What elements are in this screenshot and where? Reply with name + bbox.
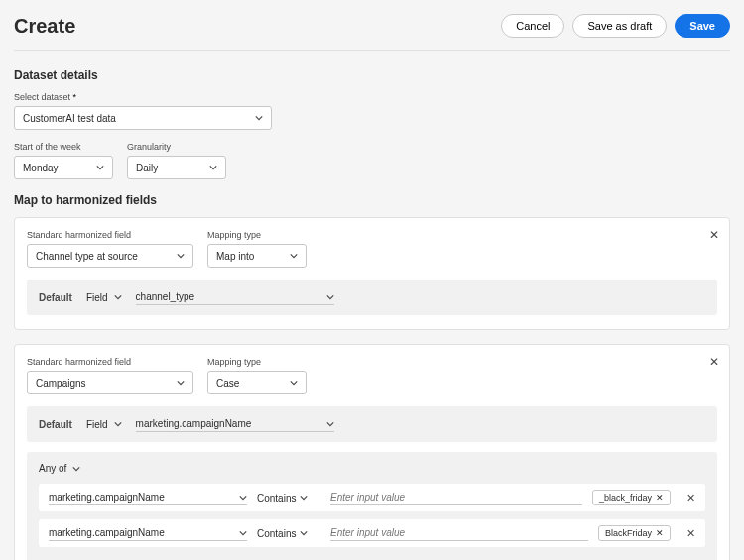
chevron-down-icon xyxy=(96,164,104,171)
delete-row-icon[interactable]: ✕ xyxy=(686,492,695,504)
mapping-card: ✕ Standard harmonized field Channel type… xyxy=(14,217,730,330)
dataset-section-title: Dataset details xyxy=(14,68,730,82)
chevron-down-icon xyxy=(290,379,298,387)
tag-remove-icon[interactable]: ✕ xyxy=(656,528,664,538)
mapping-section-title: Map to harmonized fields xyxy=(14,193,730,207)
chevron-down-icon xyxy=(209,164,217,171)
condition-field-select[interactable]: marketing.campaignName xyxy=(49,490,247,505)
chevron-down-icon xyxy=(326,420,334,428)
default-strip: Default Field channel_type xyxy=(27,280,717,315)
tag-remove-icon[interactable]: ✕ xyxy=(656,493,664,503)
condition-value-input[interactable] xyxy=(330,525,588,541)
mapping-card: ✕ Standard harmonized field Campaigns Ma… xyxy=(14,344,730,560)
default-field-value: marketing.campaignName xyxy=(136,418,252,429)
select-dataset-value: CustomerAI test data xyxy=(23,113,116,124)
select-dataset-label: Select dataset * xyxy=(14,92,730,102)
chevron-down-icon xyxy=(114,293,122,301)
default-field-select[interactable]: marketing.campaignName xyxy=(136,416,334,432)
close-icon[interactable]: ✕ xyxy=(709,355,719,369)
chevron-down-icon xyxy=(255,114,263,122)
default-strip: Default Field marketing.campaignName xyxy=(27,406,717,442)
case-block: Any of marketing.campaignName Contains xyxy=(27,452,717,560)
operator-select[interactable]: Contains xyxy=(257,493,320,504)
granularity-dropdown[interactable]: Daily xyxy=(127,156,226,179)
mapping-type-dropdown[interactable]: Map into xyxy=(207,244,307,268)
condition-value-input[interactable] xyxy=(330,490,582,505)
chevron-down-icon xyxy=(300,529,308,537)
std-field-label: Standard harmonized field xyxy=(27,357,193,367)
dataset-section: Dataset details Select dataset * Custome… xyxy=(14,68,730,179)
start-week-dropdown[interactable]: Monday xyxy=(14,156,113,179)
mapping-type-value: Case xyxy=(216,378,239,389)
granularity-label: Granularity xyxy=(127,142,226,152)
mapping-type-value: Map into xyxy=(216,251,254,262)
close-icon[interactable]: ✕ xyxy=(709,228,719,242)
operator-select[interactable]: Contains xyxy=(257,528,320,539)
default-label: Default xyxy=(39,419,72,430)
anyof-dropdown[interactable]: Any of xyxy=(39,463,80,474)
header-actions: Cancel Save as draft Save xyxy=(501,14,730,38)
mapping-section: Map to harmonized fields ✕ Standard harm… xyxy=(14,193,730,560)
chevron-down-icon xyxy=(114,420,122,428)
value-tag: BlackFriday ✕ xyxy=(598,525,671,541)
std-field-dropdown[interactable]: Channel type at source xyxy=(27,244,193,268)
page-title: Create xyxy=(14,15,75,38)
mapping-type-dropdown[interactable]: Case xyxy=(207,371,307,394)
chevron-down-icon xyxy=(72,465,80,473)
default-field-value: channel_type xyxy=(136,291,195,302)
std-field-value: Campaigns xyxy=(36,378,86,389)
condition-field-select[interactable]: marketing.campaignName xyxy=(49,525,247,541)
granularity-value: Daily xyxy=(136,163,158,173)
chevron-down-icon xyxy=(239,494,247,502)
chevron-down-icon xyxy=(177,252,185,260)
chevron-down-icon xyxy=(326,293,334,301)
chevron-down-icon xyxy=(239,529,247,537)
default-field-select[interactable]: channel_type xyxy=(136,289,334,305)
field-dropdown[interactable]: Field xyxy=(86,292,122,303)
save-button[interactable]: Save xyxy=(675,14,730,38)
condition-row: marketing.campaignName Contains BlackFri… xyxy=(39,519,705,547)
chevron-down-icon xyxy=(290,252,298,260)
start-week-value: Monday xyxy=(23,163,59,173)
condition-row: marketing.campaignName Contains _black_f… xyxy=(39,484,705,511)
start-week-label: Start of the week xyxy=(14,142,113,152)
chevron-down-icon xyxy=(177,379,185,387)
value-tag: _black_friday ✕ xyxy=(592,490,671,505)
mapping-type-label: Mapping type xyxy=(207,230,307,240)
mapping-type-label: Mapping type xyxy=(207,357,307,367)
std-field-value: Channel type at source xyxy=(36,251,138,262)
std-field-dropdown[interactable]: Campaigns xyxy=(27,371,193,394)
select-dataset-dropdown[interactable]: CustomerAI test data xyxy=(14,106,272,130)
save-draft-button[interactable]: Save as draft xyxy=(572,14,667,38)
default-label: Default xyxy=(39,292,72,303)
chevron-down-icon xyxy=(300,494,308,502)
field-dropdown[interactable]: Field xyxy=(86,419,122,430)
cancel-button[interactable]: Cancel xyxy=(501,14,564,38)
delete-row-icon[interactable]: ✕ xyxy=(686,527,695,540)
std-field-label: Standard harmonized field xyxy=(27,230,193,240)
